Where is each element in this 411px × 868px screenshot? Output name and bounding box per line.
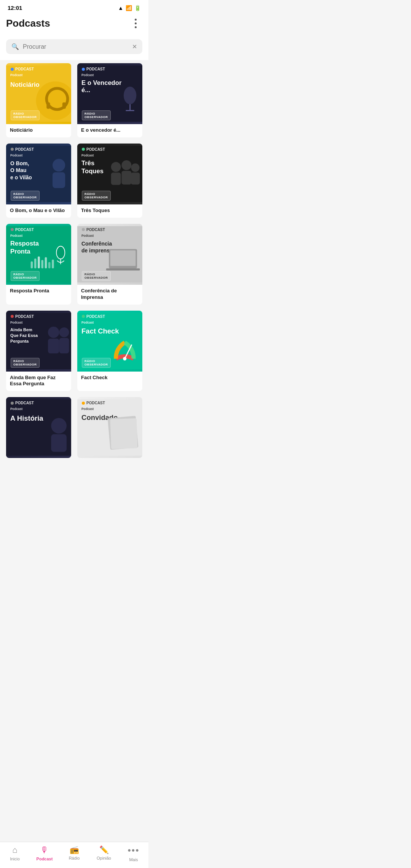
podcast-item-bom[interactable]: Podcast O Bom, O Mau e o Vilão Podcast R… [6, 144, 71, 218]
badge-vencedor: Podcast [82, 67, 138, 71]
podcast-item-toques[interactable]: Podcast Três Toques Podcast [77, 144, 142, 218]
podcast-item-aindbem[interactable]: Podcast Ainda Bem Que Faz Essa Pergunta … [6, 311, 71, 391]
podcast-thumbnail-aindbem: Podcast Ainda Bem Que Faz Essa Pergunta … [6, 311, 71, 372]
thumb-logo-toques: RÁDIOOBSERVADOR [82, 191, 111, 201]
battery-icon: 🔋 [134, 5, 141, 11]
badge-dot [82, 402, 85, 405]
podcast-label-aindbem: Ainda Bem que Faz Essa Pergunta [6, 372, 71, 391]
search-bar: 🔍 ✕ [6, 39, 142, 54]
podcast-thumbnail-historia: Podcast A História Podcast [6, 397, 71, 458]
thumb-logo-resposta: RÁDIOOBSERVADOR [11, 271, 40, 281]
badge-label: Podcast [15, 401, 34, 405]
thumb-overlay-toques: Podcast RÁDIOOBSERVADOR [77, 144, 142, 204]
badge-dot [82, 148, 85, 151]
thumb-overlay-noticiario: Podcast RÁDIOOBSERVADOR [6, 63, 71, 124]
page-title: Podcasts [6, 18, 50, 29]
status-icons: ▲ 📶 🔋 [118, 5, 141, 11]
search-container: 🔍 ✕ [0, 36, 148, 60]
podcast-thumbnail-resposta: Podcast Resposta Pronta [6, 224, 71, 285]
logo-text: RÁDIOOBSERVADOR [84, 112, 108, 119]
thumb-overlay-vencedor: Podcast RÁDIOOBSERVADOR [77, 63, 142, 124]
badge-bom: Podcast [11, 147, 67, 152]
podcast-label-conferencia: Conferência de Imprensa [77, 285, 142, 305]
badge-toques: Podcast [82, 147, 138, 152]
thumb-overlay-bom: Podcast RÁDIOOBSERVADOR [6, 144, 71, 204]
badge-label: Podcast [86, 228, 105, 232]
content-area: Podcast Noticiário Podcast RÁDIOOBSERVAD… [0, 60, 148, 491]
badge-noticiario: Podcast [11, 67, 67, 71]
podcast-thumbnail-conferencia: Podcast Conferência de imprensa Podcast … [77, 224, 142, 285]
search-icon: 🔍 [11, 43, 19, 50]
podcast-item-vencedor[interactable]: Podcast E o Vencedor é... Podcast RÁDIOO… [77, 63, 142, 137]
podcast-grid: Podcast Noticiário Podcast RÁDIOOBSERVAD… [0, 60, 148, 461]
thumb-logo-vencedor: RÁDIOOBSERVADOR [82, 110, 111, 120]
badge-dot [11, 68, 14, 71]
logo-text: RÁDIOOBSERVADOR [13, 112, 37, 119]
logo-text: RÁDIOOBSERVADOR [13, 359, 37, 366]
thumb-logo-aindbem: RÁDIOOBSERVADOR [11, 358, 40, 368]
podcast-label-toques: Três Toques [77, 204, 142, 218]
logo-text: RÁDIOOBSERVADOR [84, 192, 108, 199]
thumb-logo-conferencia: RÁDIOOBSERVADOR [82, 271, 111, 281]
badge-dot [82, 68, 85, 71]
menu-dot-2 [135, 22, 137, 24]
logo-text: RÁDIOOBSERVADOR [84, 359, 108, 366]
badge-conferencia: Podcast [82, 228, 138, 232]
badge-label: Podcast [86, 314, 105, 319]
badge-resposta: Podcast [11, 228, 67, 232]
podcast-label-vencedor: E o vencedor é... [77, 124, 142, 137]
search-input[interactable] [23, 43, 128, 50]
logo-text: RÁDIOOBSERVADOR [84, 273, 108, 279]
badge-label: Podcast [15, 67, 34, 71]
badge-dot [82, 315, 85, 318]
podcast-thumbnail-noticiario: Podcast Noticiário Podcast RÁDIOOBSERVAD… [6, 63, 71, 124]
status-time: 12:01 [8, 5, 22, 11]
podcast-thumbnail-convidado: Podcast Convidado Podcast [77, 397, 142, 458]
badge-aindbem: Podcast [11, 314, 67, 319]
thumb-overlay-convidado: Podcast [77, 397, 142, 458]
badge-dot [11, 228, 14, 231]
podcast-item-conferencia[interactable]: Podcast Conferência de imprensa Podcast … [77, 224, 142, 305]
badge-label: Podcast [15, 147, 34, 152]
badge-label: Podcast [86, 401, 105, 405]
thumb-overlay-historia: Podcast [6, 397, 71, 458]
thumb-overlay-conferencia: Podcast RÁDIOOBSERVADOR [77, 224, 142, 285]
more-options-button[interactable] [129, 16, 142, 30]
logo-text: RÁDIOOBSERVADOR [13, 273, 37, 279]
badge-label: Podcast [86, 147, 105, 152]
badge-dot [11, 148, 14, 151]
badge-factcheck: Podcast [82, 314, 138, 319]
clear-search-button[interactable]: ✕ [132, 43, 137, 50]
podcast-label-factcheck: Fact Check [77, 372, 142, 385]
badge-convidado: Podcast [82, 401, 138, 405]
status-bar: 12:01 ▲ 📶 🔋 [0, 0, 148, 13]
menu-dot-3 [135, 26, 137, 28]
podcast-item-convidado[interactable]: Podcast Convidado Podcast [77, 397, 142, 458]
podcast-thumbnail-bom: Podcast O Bom, O Mau e o Vilão Podcast R… [6, 144, 71, 204]
podcast-label-bom: O Bom, o Mau e o Vilão [6, 204, 71, 218]
thumb-overlay-aindbem: Podcast RÁDIOOBSERVADOR [6, 311, 71, 372]
thumb-overlay-factcheck: Podcast RÁDIOOBSERVADOR [77, 311, 142, 372]
podcast-label-noticiario: Noticiário [6, 124, 71, 137]
thumb-logo-noticiario: RÁDIOOBSERVADOR [11, 110, 40, 120]
logo-text: RÁDIOOBSERVADOR [13, 192, 37, 199]
podcast-thumbnail-vencedor: Podcast E o Vencedor é... Podcast RÁDIOO… [77, 63, 142, 124]
signal-icon: 📶 [126, 5, 132, 11]
menu-dot-1 [135, 19, 137, 21]
badge-label: Podcast [15, 314, 34, 319]
podcast-item-factcheck[interactable]: Podcast Fact Check Podcast [77, 311, 142, 391]
badge-historia: Podcast [11, 401, 67, 405]
podcast-thumbnail-toques: Podcast Três Toques Podcast [77, 144, 142, 204]
podcast-item-historia[interactable]: Podcast A História Podcast [6, 397, 71, 458]
badge-label: Podcast [15, 228, 34, 232]
podcast-item-resposta[interactable]: Podcast Resposta Pronta [6, 224, 71, 305]
badge-dot [82, 228, 85, 231]
thumb-logo-factcheck: RÁDIOOBSERVADOR [82, 358, 111, 368]
thumb-overlay-resposta: Podcast RÁDIOOBSERVADOR [6, 224, 71, 285]
header: Podcasts [0, 13, 148, 36]
podcast-item-noticiario[interactable]: Podcast Noticiário Podcast RÁDIOOBSERVAD… [6, 63, 71, 137]
thumb-logo-bom: RÁDIOOBSERVADOR [11, 191, 40, 201]
podcast-label-resposta: Resposta Pronta [6, 285, 71, 298]
badge-label: Podcast [86, 67, 105, 71]
badge-dot [11, 315, 14, 318]
